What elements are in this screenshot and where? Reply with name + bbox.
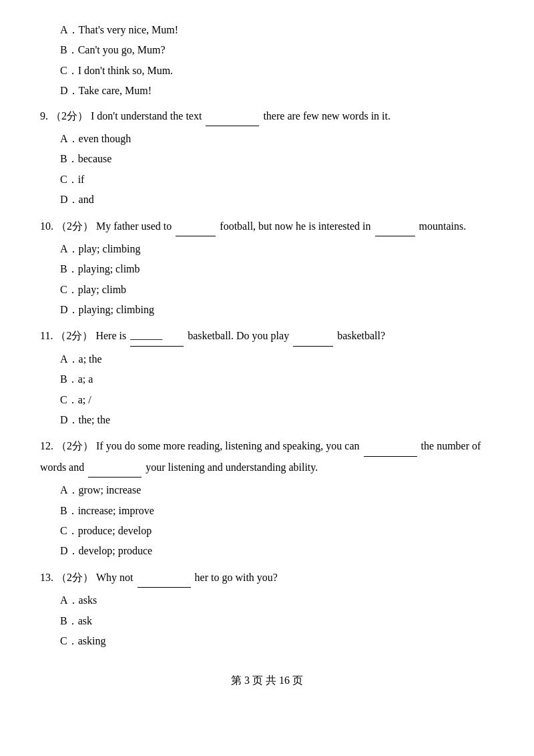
q12-option-A: A．grow; increase xyxy=(60,480,494,500)
question-12: 12. （2分） If you do some more reading, li… xyxy=(40,435,494,561)
q10-blank2 xyxy=(375,216,415,236)
q12-blank2 xyxy=(88,457,142,478)
q10-options: A．play; climbing B．playing; climb C．play… xyxy=(40,239,494,321)
page-footer: 第 3 页 共 16 页 xyxy=(40,671,494,691)
q12-options: A．grow; increase B．increase; improve C．p… xyxy=(40,480,494,562)
q12-option-B: B．increase; improve xyxy=(60,501,494,521)
q12-blank1 xyxy=(364,435,417,456)
prev-option-D: D．Take care, Mum! xyxy=(60,81,494,101)
q11-option-B: B．a; a xyxy=(60,369,494,389)
q9-option-B: B．because xyxy=(60,149,494,169)
q13-option-A: A．asks xyxy=(60,590,494,610)
prev-option-B: B．Can't you go, Mum? xyxy=(60,40,494,60)
q13-option-B: B．ask xyxy=(60,611,494,631)
q11-options: A．a; the B．a; a C．a; / D．the; the xyxy=(40,349,494,431)
prev-option-A: A．That's very nice, Mum! xyxy=(60,20,494,40)
q10-option-C: C．play; climb xyxy=(60,280,494,300)
q9-options: A．even though B．because C．if D．and xyxy=(40,129,494,210)
question-10: 10. （2分） My father used to football, but… xyxy=(40,216,494,321)
q11-blank2 xyxy=(293,325,333,346)
question-13-text: 13. （2分） Why not her to go with you? xyxy=(40,567,494,588)
q12-option-D: D．develop; produce xyxy=(60,541,494,561)
question-11-text: 11. （2分） Here is ______ basketball. Do y… xyxy=(40,325,494,346)
q11-option-C: C．a; / xyxy=(60,390,494,410)
question-9: 9. （2分） I don't understand the text ther… xyxy=(40,106,494,210)
q11-blank1: ______ xyxy=(130,325,184,346)
question-12-text: 12. （2分） If you do some more reading, li… xyxy=(40,435,494,478)
q10-option-A: A．play; climbing xyxy=(60,239,494,259)
question-10-text: 10. （2分） My father used to football, but… xyxy=(40,216,494,236)
q13-options: A．asks B．ask C．asking xyxy=(40,590,494,651)
question-11: 11. （2分） Here is ______ basketball. Do y… xyxy=(40,325,494,430)
q9-option-C: C．if xyxy=(60,170,494,190)
q9-option-D: D．and xyxy=(60,190,494,210)
q11-option-A: A．a; the xyxy=(60,349,494,369)
q13-option-C: C．asking xyxy=(60,631,494,651)
q10-option-B: B．playing; climb xyxy=(60,259,494,279)
question-13: 13. （2分） Why not her to go with you? A．a… xyxy=(40,567,494,652)
prev-option-C: C．I don't think so, Mum. xyxy=(60,61,494,81)
q10-option-D: D．playing; climbing xyxy=(60,300,494,320)
q13-blank1 xyxy=(138,567,191,588)
q9-blank xyxy=(206,106,259,126)
q11-option-D: D．the; the xyxy=(60,410,494,430)
q12-option-C: C．produce; develop xyxy=(60,521,494,541)
question-9-text: 9. （2分） I don't understand the text ther… xyxy=(40,106,494,126)
q10-blank1 xyxy=(176,216,216,236)
q9-option-A: A．even though xyxy=(60,129,494,149)
